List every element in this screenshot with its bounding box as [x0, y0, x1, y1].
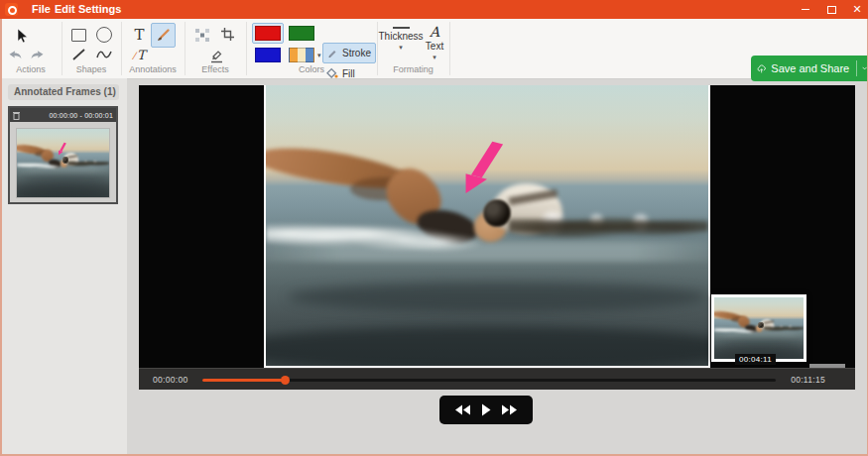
seek-preview-image: [714, 297, 804, 359]
line-tool[interactable]: [67, 46, 89, 63]
line-icon: [71, 48, 86, 61]
stroke-label: Stroke: [342, 48, 371, 58]
video-editor-window: File Edit Settings ✕ Actions: [0, 0, 868, 456]
frame-time-range: 00:00:00 - 00:00:01: [49, 112, 113, 119]
seek-preview-timestamp: 00:04:11: [735, 354, 776, 365]
crop-tool[interactable]: [216, 24, 238, 45]
highlighter-icon: [209, 48, 224, 63]
highlighter-tool[interactable]: [205, 45, 228, 65]
thickness-label: Thickness: [379, 31, 424, 42]
text-format-label: Text: [426, 41, 443, 52]
arrow-text-glyph: T: [137, 48, 146, 62]
titlebar: File Edit Settings ✕: [0, 0, 868, 19]
undo-button[interactable]: [4, 46, 26, 62]
brush-icon: [156, 28, 171, 43]
annotated-frames-panel: Annotated Frames (1) 00:00:00 - 00:00:01: [2, 78, 127, 454]
arrow-text-tool[interactable]: ∕T: [127, 46, 153, 64]
timeline-current-time: 00:00:00: [153, 369, 188, 391]
thickness-caret-icon: ▾: [399, 44, 403, 51]
save-button-divider: [856, 60, 857, 76]
menu-settings[interactable]: Settings: [72, 0, 127, 19]
group-label-shapes: Shapes: [62, 63, 121, 75]
group-label-actions: Actions: [0, 63, 62, 75]
water-swell: [719, 340, 805, 347]
timeline-total-time: 00:11:15: [791, 369, 825, 391]
window-border-left: [0, 19, 2, 454]
save-and-share-label: Save and Share: [771, 62, 849, 74]
color-swatch-red[interactable]: [252, 23, 284, 44]
curve-tool[interactable]: [92, 46, 116, 63]
toolbar: Actions Shapes T: [0, 19, 868, 79]
frame-thumbnail-image: [17, 129, 109, 197]
app-logo-icon: [5, 3, 18, 16]
ellipse-icon: [96, 27, 112, 43]
toolbar-separator: [449, 22, 450, 75]
maximize-button[interactable]: [819, 0, 843, 19]
curve-icon: [96, 48, 113, 61]
water-chop: [764, 324, 805, 331]
cloud-upload-icon: [757, 61, 766, 76]
arrow-text-slash: ∕: [134, 50, 136, 61]
timeline-track[interactable]: [202, 379, 776, 382]
save-and-share-button[interactable]: Save and Share: [751, 56, 868, 81]
select-cursor-tool[interactable]: [10, 24, 34, 48]
fast-forward-button[interactable]: [502, 404, 518, 415]
pink-arrow-annotation: [266, 85, 708, 366]
frame-thumbnail[interactable]: [16, 128, 110, 198]
annotated-frames-header: Annotated Frames (1): [8, 84, 119, 100]
stroke-button[interactable]: Stroke: [322, 43, 376, 63]
text-format-caret-icon: ▾: [433, 54, 436, 60]
custom-color-caret-icon[interactable]: ▾: [317, 52, 321, 58]
delete-frame-icon[interactable]: [13, 111, 20, 120]
pixelate-tool[interactable]: [191, 25, 213, 45]
red-swatch-fill: [255, 26, 281, 41]
redo-arrow-icon: [30, 49, 45, 60]
text-format-icon: A: [430, 25, 439, 39]
frame-card-header: 00:00:00 - 00:00:01: [10, 108, 116, 122]
group-label-colors: Colors: [246, 63, 377, 75]
video-frame[interactable]: [264, 85, 710, 368]
timeline-bar: 00:00:00 00:11:15: [139, 368, 855, 390]
rewind-button[interactable]: [454, 404, 470, 415]
rectangle-icon: [71, 29, 86, 42]
color-swatch-custom[interactable]: [286, 45, 317, 65]
color-swatch-green[interactable]: [286, 23, 317, 44]
text-tool[interactable]: T: [129, 24, 150, 47]
pixelate-icon: [194, 28, 210, 43]
play-button[interactable]: [481, 403, 491, 416]
color-swatch-blue[interactable]: [252, 45, 284, 65]
cursor-icon: [14, 28, 30, 44]
ellipse-tool[interactable]: [93, 24, 115, 45]
custom-swatch-fill: [289, 48, 314, 62]
thickness-line-icon: [393, 27, 410, 29]
undo-arrow-icon: [8, 49, 23, 60]
text-tool-glyph: T: [134, 28, 144, 43]
blue-swatch-fill: [255, 48, 281, 62]
thickness-control[interactable]: Thickness ▾: [380, 23, 422, 51]
timeline-handle[interactable]: [281, 376, 290, 385]
group-label-effects: Effects: [185, 63, 246, 75]
timeline-progress-fill: [202, 379, 286, 382]
video-player-area: 00:04:11: [139, 85, 855, 368]
stroke-pen-icon: [327, 48, 338, 58]
green-swatch-fill: [289, 26, 314, 41]
play-icon: [481, 403, 491, 416]
text-format-control[interactable]: A Text ▾: [421, 23, 448, 60]
group-label-annotations: Annotations: [121, 63, 185, 75]
pink-arrow-annotation: [17, 129, 109, 197]
arrow-brush-tool[interactable]: [151, 23, 176, 48]
group-label-formatting: Formating: [377, 63, 449, 75]
crop-icon: [220, 27, 235, 42]
annotated-frame-card[interactable]: 00:00:00 - 00:00:01: [8, 106, 118, 204]
redo-button[interactable]: [26, 46, 48, 62]
video-image: [266, 85, 708, 366]
rectangle-tool[interactable]: [67, 25, 89, 45]
fast-forward-icon: [502, 404, 518, 415]
playback-controls: [439, 396, 533, 424]
rewind-icon: [454, 404, 470, 415]
seek-preview-thumbnail: [711, 294, 806, 362]
minimize-button[interactable]: [794, 0, 817, 19]
close-button[interactable]: ✕: [845, 0, 868, 19]
